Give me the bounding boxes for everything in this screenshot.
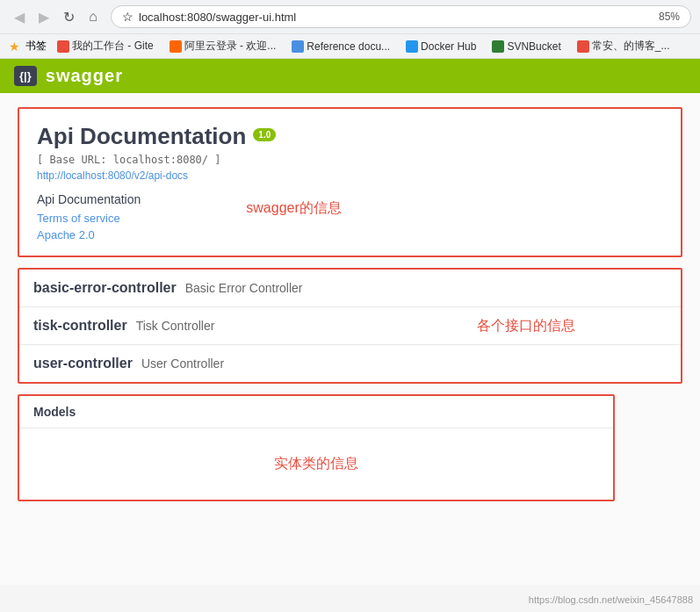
bookmark-favicon-docker	[406, 40, 418, 53]
base-url: [ Base URL: localhost:8080/ ]	[37, 154, 663, 166]
address-input[interactable]	[139, 11, 653, 24]
bookmark-favicon-aliyun	[170, 40, 182, 53]
api-title-row: Api Documentation 1.0	[37, 123, 663, 150]
api-title: Api Documentation	[37, 123, 246, 150]
swagger-info-annotation: swagger的信息	[246, 199, 341, 218]
controllers-section: basic-error-controller Basic Error Contr…	[18, 268, 682, 384]
controller-item-basic-error[interactable]: basic-error-controller Basic Error Contr…	[19, 270, 681, 307]
bookmark-favicon-gitee	[57, 40, 69, 53]
controller-name-2: user-controller	[33, 356, 133, 371]
controller-name-0: basic-error-controller	[33, 280, 177, 296]
models-title: Models	[33, 405, 76, 419]
api-info-left: Api Documentation Terms of service Apach…	[37, 192, 141, 241]
bookmark-gitee-label: 我的工作台 - Gite	[72, 39, 154, 54]
swagger-header-title: swagger	[46, 66, 123, 86]
zoom-label: 85%	[659, 11, 680, 23]
swagger-logo-icon: {|}	[19, 69, 32, 83]
main-content: Api Documentation 1.0 [ Base URL: localh…	[0, 93, 700, 585]
bookmark-svn[interactable]: SVNBucket	[487, 39, 566, 54]
bookmark-svn-label: SVNBucket	[507, 40, 560, 53]
bookmark-csdn-label: 常安、的博客_...	[592, 39, 670, 54]
models-section: Models 实体类的信息	[18, 394, 615, 501]
version-badge: 1.0	[253, 128, 276, 141]
controller-item-user[interactable]: user-controller User Controller	[19, 345, 681, 382]
terms-of-service-link[interactable]: Terms of service	[37, 212, 141, 225]
bookmark-aliyun[interactable]: 阿里云登录 - 欢迎...	[164, 37, 282, 55]
controller-item-tisk[interactable]: tisk-controller Tisk Controller 各个接口的信息	[19, 307, 681, 345]
refresh-button[interactable]: ↻	[58, 6, 79, 27]
browser-toolbar: ◀ ▶ ↻ ⌂ ☆ 85%	[0, 0, 700, 33]
back-button[interactable]: ◀	[9, 6, 30, 27]
home-button[interactable]: ⌂	[83, 6, 104, 27]
api-description: Api Documentation	[37, 192, 141, 206]
bookmark-favicon-reference	[292, 40, 304, 53]
address-bar-container: ☆ 85%	[111, 5, 691, 28]
bookmarks-star-icon: ★	[9, 40, 20, 54]
controllers-annotation: 各个接口的信息	[477, 317, 575, 335]
controller-desc-2: User Controller	[141, 356, 224, 371]
bookmark-favicon-csdn	[577, 40, 589, 53]
bookmark-docker[interactable]: Docker Hub	[401, 39, 481, 54]
forward-button[interactable]: ▶	[33, 6, 54, 27]
bookmarks-bar: ★ 书签 我的工作台 - Gite 阿里云登录 - 欢迎... Referenc…	[0, 33, 700, 58]
bookmark-reference-label: Reference docu...	[307, 40, 390, 53]
swagger-logo-box: {|}	[14, 66, 37, 86]
bookmark-gitee[interactable]: 我的工作台 - Gite	[52, 37, 159, 55]
models-annotation: 实体类的信息	[19, 428, 613, 500]
nav-buttons: ◀ ▶ ↻ ⌂	[9, 6, 104, 27]
api-docs-link[interactable]: http://localhost:8080/v2/api-docs	[37, 169, 663, 182]
bookmark-favicon-svn	[492, 40, 504, 53]
bookmark-docker-label: Docker Hub	[421, 40, 476, 53]
browser-chrome: ◀ ▶ ↻ ⌂ ☆ 85% ★ 书签 我的工作台 - Gite 阿里云登录 - …	[0, 0, 700, 59]
apache-license-link[interactable]: Apache 2.0	[37, 228, 141, 241]
controller-desc-0: Basic Error Controller	[185, 281, 303, 295]
controller-name-1: tisk-controller	[33, 318, 127, 334]
swagger-header: {|} swagger	[0, 59, 700, 93]
bookmarks-label: 书签	[25, 39, 47, 54]
bookmark-csdn[interactable]: 常安、的博客_...	[572, 37, 675, 55]
api-info-section: Api Documentation 1.0 [ Base URL: localh…	[18, 107, 682, 257]
bookmark-aliyun-label: 阿里云登录 - 欢迎...	[184, 39, 277, 54]
bookmark-reference[interactable]: Reference docu...	[286, 39, 395, 54]
star-icon: ☆	[122, 10, 134, 24]
controller-desc-1: Tisk Controller	[136, 319, 215, 333]
models-header: Models	[19, 396, 613, 428]
